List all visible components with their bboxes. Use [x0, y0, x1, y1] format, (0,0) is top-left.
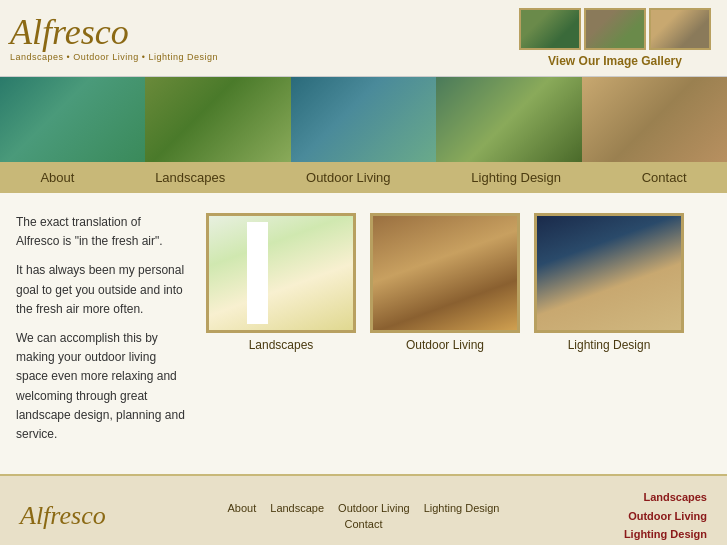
intro-p3: We can accomplish this by making your ou…: [16, 329, 186, 444]
footer-right-landscapes[interactable]: Landscapes: [587, 488, 707, 507]
footer-nav-contact[interactable]: Contact: [345, 518, 383, 530]
main-nav: About Landscapes Outdoor Living Lighting…: [0, 162, 727, 193]
nav-item-lighting-design[interactable]: Lighting Design: [463, 168, 569, 187]
gallery-grid: Landscapes Outdoor Living Lighting Desig…: [206, 213, 711, 454]
footer-logo: Alfresco: [20, 501, 140, 531]
footer-nav-outdoor-living[interactable]: Outdoor Living: [338, 502, 410, 514]
grid-item-outdoor-living[interactable]: Outdoor Living: [370, 213, 520, 352]
header: Alfresco Landscapes • Outdoor Living • L…: [0, 0, 727, 77]
gallery-thumb-3: [649, 8, 711, 50]
footer-right-outdoor-living[interactable]: Outdoor Living: [587, 507, 707, 526]
footer-nav-about[interactable]: About: [228, 502, 257, 514]
hero-image-2: [145, 77, 290, 162]
nav-item-landscapes[interactable]: Landscapes: [147, 168, 233, 187]
grid-photo-landscapes: [206, 213, 356, 333]
main-content: The exact translation of Alfresco is "in…: [0, 193, 727, 474]
intro-text: The exact translation of Alfresco is "in…: [16, 213, 186, 454]
grid-label-outdoor-living: Outdoor Living: [406, 338, 484, 352]
footer-right-links: Landscapes Outdoor Living Lighting Desig…: [587, 488, 707, 544]
gallery-thumb-2: [584, 8, 646, 50]
hero-image-5: [582, 77, 727, 162]
hero-image-4: [436, 77, 581, 162]
grid-photo-lighting-design: [534, 213, 684, 333]
hero-image-1: [0, 77, 145, 162]
footer-right-lighting-design[interactable]: Lighting Design: [587, 525, 707, 544]
hero-banner: [0, 77, 727, 162]
nav-item-about[interactable]: About: [32, 168, 82, 187]
gallery-thumb-1: [519, 8, 581, 50]
gallery-link[interactable]: View Our Image Gallery: [548, 54, 682, 68]
gallery-images: [519, 8, 711, 50]
footer-nav-row: About Landscape Outdoor Living Lighting …: [228, 502, 500, 514]
grid-item-lighting-design[interactable]: Lighting Design: [534, 213, 684, 352]
nav-item-outdoor-living[interactable]: Outdoor Living: [298, 168, 399, 187]
logo-tagline: Landscapes • Outdoor Living • Lighting D…: [10, 52, 218, 62]
grid-item-landscapes[interactable]: Landscapes: [206, 213, 356, 352]
grid-photo-outdoor-living: [370, 213, 520, 333]
nav-item-contact[interactable]: Contact: [634, 168, 695, 187]
logo-text: Alfresco: [10, 14, 218, 50]
gallery-area[interactable]: View Our Image Gallery: [519, 8, 711, 68]
grid-label-lighting-design: Lighting Design: [568, 338, 651, 352]
footer-nav: About Landscape Outdoor Living Lighting …: [140, 502, 587, 530]
intro-p1: The exact translation of Alfresco is "in…: [16, 213, 186, 251]
intro-p2: It has always been my personal goal to g…: [16, 261, 186, 319]
footer-nav-lighting-design[interactable]: Lighting Design: [424, 502, 500, 514]
footer-nav-landscape[interactable]: Landscape: [270, 502, 324, 514]
grid-label-landscapes: Landscapes: [249, 338, 314, 352]
logo-area: Alfresco Landscapes • Outdoor Living • L…: [10, 14, 218, 62]
hero-image-3: [291, 77, 436, 162]
footer: Alfresco About Landscape Outdoor Living …: [0, 474, 727, 545]
